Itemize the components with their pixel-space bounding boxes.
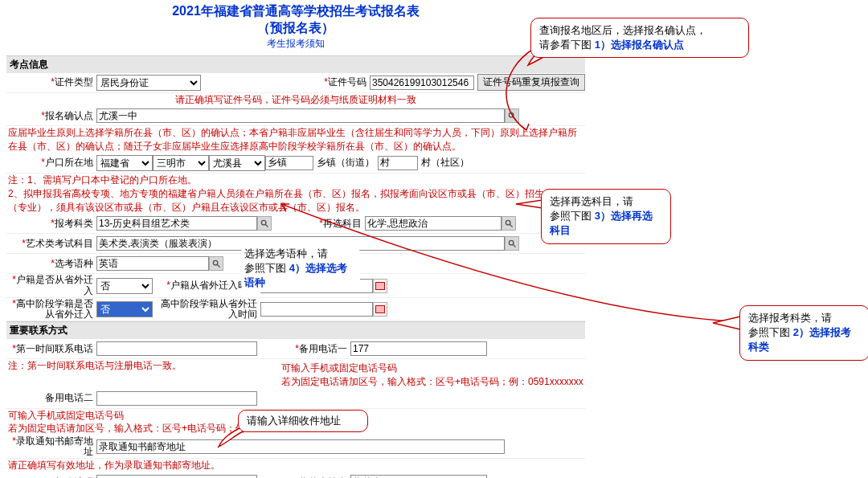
input-confirm-point[interactable] (96, 108, 505, 123)
label-hukou-transfer: *户籍是否从省外迁入 (6, 275, 96, 296)
input-exam-category[interactable] (96, 216, 257, 231)
row-mail-address: *录取通知书邮寄地址 (6, 435, 585, 459)
title-block: 2021年福建省普通高等学校招生考试报名表 （预报名表） 考生报考须知 (6, 3, 585, 51)
label-exam-category: *报考科类 (6, 217, 96, 231)
input-village[interactable] (378, 156, 418, 170)
svg-point-8 (213, 260, 218, 265)
label-gaozhong-transfer: *高中阶段学籍是否从省外迁入 (6, 299, 96, 320)
row-hukou: *户口所在地 福建省 三明市 尤溪县 乡镇（街道） 村（社区） (6, 153, 585, 174)
callout-4: 选择选考语种，请 参照下图 4）选择选考语种 (241, 245, 360, 292)
label-backup-phone2: 备用电话二 (6, 391, 96, 405)
label-backup-phone1: *备用电话一 (257, 342, 350, 356)
note-mail: 请正确填写有效地址，作为录取通知书邮寄地址。 (6, 459, 585, 472)
select-hukou-transfer[interactable]: 否 (96, 278, 153, 294)
search-icon-lang[interactable] (209, 256, 223, 271)
label-confirm-point: *报名确认点 (6, 109, 96, 123)
row-postcode: *邮政编码 *收件人姓名 (6, 472, 585, 478)
input-elective-lang[interactable] (96, 256, 209, 271)
select-province[interactable]: 福建省 (96, 155, 153, 171)
label-id-number: *证件号码 (276, 76, 370, 89)
label-gaozhong-transfer-time: 高中阶段学籍从省外迁入时间 (153, 299, 260, 320)
input-postcode[interactable] (96, 475, 257, 478)
svg-point-2 (261, 220, 266, 225)
input-recipient[interactable] (350, 475, 487, 478)
callout-3-tail (711, 313, 743, 333)
row-backup-phone2: 备用电话二 (6, 389, 585, 409)
label-elective-lang: *选考语种 (6, 257, 96, 271)
input-town[interactable] (265, 156, 313, 170)
note-hukou1: 注：1、需填写户口本中登记的户口所在地。 (6, 174, 585, 187)
callout-5: 请输入详细收件地址 (238, 410, 368, 432)
label-mail-address: *录取通知书邮寄地址 (6, 436, 96, 457)
note-phone-format-a: 可输入手机或固定电话号码 (280, 362, 585, 375)
title-line2: （预报名表） (6, 20, 585, 37)
label-town-street: 乡镇（街道） (313, 156, 378, 170)
select-gaozhong-transfer[interactable]: 否 (96, 301, 153, 317)
label-first-phone: *第一时间联系电话 (6, 344, 96, 354)
callout-1: 查询报名地区后，选择报名确认点， 请参看下图 1）选择报名确认点 (530, 18, 749, 58)
svg-line-3 (265, 224, 268, 227)
select-county[interactable]: 尤溪县 (209, 155, 265, 171)
select-city[interactable]: 三明市 (153, 155, 209, 171)
label-id-type: *证件类型 (6, 76, 96, 89)
input-backup-phone2[interactable] (96, 391, 257, 406)
input-mail-address[interactable] (96, 439, 505, 454)
label-hukou: *户口所在地 (6, 156, 96, 170)
search-icon-category[interactable] (257, 216, 272, 231)
callout-2: 选择再选科目，请 参照下图 3）选择再选科目 (541, 189, 671, 244)
svg-line-9 (217, 264, 219, 267)
select-id-type[interactable]: 居民身份证 (96, 75, 201, 91)
row-first-phone: *第一时间联系电话 *备用电话一 (6, 339, 585, 359)
label-art-subject: *艺术类考试科目 (6, 237, 96, 251)
label-village-comm: 村（社区） (418, 156, 473, 170)
input-first-phone[interactable] (96, 341, 257, 356)
title-line1: 2021年福建省普通高等学校招生考试报名表 (6, 3, 585, 20)
note-phone-format-b: 若为固定电话请加区号，输入格式：区号+电话号码；例：0591xxxxxxx (280, 375, 585, 389)
input-backup-phone1[interactable] (350, 341, 487, 356)
input-id-number[interactable] (370, 76, 474, 90)
callout-3: 选择报考科类，请 参照下图 2）选择报考科类 (739, 305, 868, 361)
